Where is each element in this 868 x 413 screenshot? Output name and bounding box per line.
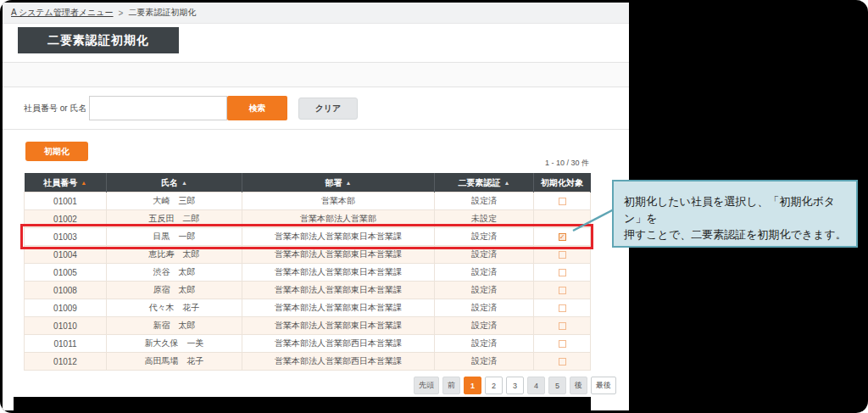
bottom-black-bar — [14, 397, 591, 413]
app-panel: A システム管理者メニュー > 二要素認証初期化 二要素認証初期化 社員番号 o… — [3, 3, 629, 410]
init-target-cell — [534, 353, 591, 371]
employee-id-cell: 01010 — [25, 317, 107, 335]
init-target-checkbox[interactable] — [559, 358, 566, 366]
callout-text-line1: 初期化したい社員を選択し、「初期化ボタン」を — [624, 193, 847, 226]
employee-table: 社員番号▲氏名▲部署▲二要素認証▲初期化対象 01001大崎 三郎営業本部設定済… — [24, 173, 591, 371]
table-head: 社員番号▲氏名▲部署▲二要素認証▲初期化対象 — [25, 174, 591, 193]
department-cell: 営業本部法人営業部東日本営業課 — [242, 317, 435, 335]
section-band — [3, 63, 629, 87]
init-target-checkbox[interactable] — [559, 269, 566, 276]
name-cell: 目黒 一郎 — [107, 228, 242, 246]
page-title: 二要素認証初期化 — [18, 27, 179, 53]
pagination-button-最後[interactable]: 最後 — [591, 377, 616, 394]
name-cell: 五反田 二郎 — [107, 210, 242, 228]
table-row: 01009代々木 花子営業本部法人営業部東日本営業課設定済 — [25, 299, 591, 317]
tfa-status-cell: 設定済 — [435, 353, 534, 371]
sort-arrow-icon: ▲ — [504, 180, 510, 186]
employee-id-cell: 01012 — [25, 353, 107, 371]
column-header-2[interactable]: 部署▲ — [242, 174, 435, 193]
employee-id-cell: 01004 — [25, 246, 107, 264]
initialize-button[interactable]: 初期化 — [25, 142, 88, 161]
department-cell: 営業本部法人営業部東日本営業課 — [242, 246, 435, 264]
result-count: 1 - 10 / 30 件 — [420, 158, 589, 169]
init-target-cell — [534, 335, 591, 353]
department-cell: 営業本部 — [242, 193, 435, 210]
name-cell: 原宿 太郎 — [107, 282, 242, 299]
department-cell: 営業本部法人営業部東日本営業課 — [242, 264, 435, 282]
search-input[interactable] — [89, 96, 227, 120]
column-header-3[interactable]: 二要素認証▲ — [435, 174, 534, 193]
init-target-checkbox[interactable] — [559, 251, 566, 259]
pagination-button-3[interactable]: 3 — [506, 377, 524, 394]
tfa-status-cell: 設定済 — [435, 299, 534, 317]
table-row: 01011新大久保 一美営業本部法人営業部西日本営業課設定済 — [25, 335, 591, 353]
table-row: 01012高田馬場 花子営業本部法人営業部西日本営業課設定済 — [25, 353, 591, 371]
clear-button[interactable]: クリア — [298, 98, 358, 120]
employee-id-cell: 01005 — [25, 264, 107, 282]
employee-id-cell: 01008 — [25, 282, 107, 299]
search-label: 社員番号 or 氏名 ： — [24, 96, 97, 120]
sort-arrow-icon: ▲ — [81, 180, 86, 186]
table-row: 01004恵比寿 太郎営業本部法人営業部東日本営業課設定済 — [25, 246, 591, 264]
init-target-cell — [534, 282, 591, 299]
init-target-cell — [534, 246, 591, 264]
breadcrumb-current: 二要素認証初期化 — [128, 7, 196, 19]
employee-id-cell: 01009 — [25, 299, 107, 317]
sort-arrow-icon: ▲ — [346, 180, 352, 186]
employee-id-cell: 01011 — [25, 335, 107, 353]
pagination-button-後[interactable]: 後 — [570, 377, 587, 394]
tfa-status-cell: 設定済 — [435, 246, 534, 264]
pagination-button-前[interactable]: 前 — [442, 377, 460, 394]
divider — [3, 129, 629, 130]
name-cell: 渋谷 太郎 — [107, 264, 242, 282]
pagination-button-先頭[interactable]: 先頭 — [414, 377, 439, 394]
table-body: 01001大崎 三郎営業本部設定済01002五反田 二郎営業本部法人営業部未設定… — [25, 193, 591, 371]
breadcrumb: A システム管理者メニュー > 二要素認証初期化 — [3, 3, 629, 24]
table-row: 01003目黒 一郎営業本部法人営業部東日本営業課設定済✓ — [25, 228, 591, 246]
search-button[interactable]: 検索 — [227, 96, 287, 120]
breadcrumb-link[interactable]: A システム管理者メニュー — [11, 7, 114, 19]
divider — [3, 87, 629, 87]
init-target-checkbox[interactable] — [559, 340, 566, 348]
sort-arrow-icon: ▲ — [181, 180, 187, 186]
column-header-0[interactable]: 社員番号▲ — [25, 174, 107, 193]
pagination-button-5[interactable]: 5 — [548, 377, 566, 394]
init-target-checkbox[interactable] — [559, 322, 566, 330]
pagination-button-1[interactable]: 1 — [464, 377, 481, 394]
tfa-status-cell: 未設定 — [435, 210, 534, 228]
employee-id-cell: 01001 — [25, 193, 107, 210]
tfa-status-cell: 設定済 — [435, 228, 534, 246]
name-cell: 新大久保 一美 — [107, 335, 242, 353]
column-header-1[interactable]: 氏名▲ — [107, 174, 242, 193]
screenshot-frame: A システム管理者メニュー > 二要素認証初期化 二要素認証初期化 社員番号 o… — [0, 0, 868, 413]
pagination-button-2[interactable]: 2 — [485, 377, 503, 394]
tfa-status-cell: 設定済 — [435, 282, 534, 299]
table-row: 01001大崎 三郎営業本部設定済 — [25, 193, 591, 210]
init-target-checkbox[interactable] — [559, 304, 566, 312]
table-row: 01010新宿 太郎営業本部法人営業部東日本営業課設定済 — [25, 317, 591, 335]
name-cell: 恵比寿 太郎 — [107, 246, 242, 264]
name-cell: 代々木 花子 — [107, 299, 242, 317]
department-cell: 営業本部法人営業部東日本営業課 — [242, 228, 435, 246]
tfa-status-cell: 設定済 — [435, 317, 534, 335]
tfa-status-cell: 設定済 — [435, 264, 534, 282]
init-target-cell — [534, 299, 591, 317]
init-target-checkbox[interactable] — [559, 287, 566, 294]
department-cell: 営業本部法人営業部 — [242, 210, 435, 228]
department-cell: 営業本部法人営業部西日本営業課 — [242, 353, 435, 371]
department-cell: 営業本部法人営業部東日本営業課 — [242, 299, 435, 317]
init-target-cell — [534, 264, 591, 282]
name-cell: 大崎 三郎 — [107, 193, 242, 210]
employee-id-cell: 01003 — [25, 228, 107, 246]
employee-id-cell: 01002 — [25, 210, 107, 228]
breadcrumb-separator-icon: > — [119, 8, 124, 18]
tfa-status-cell: 設定済 — [435, 335, 534, 353]
callout-note: 初期化したい社員を選択し、「初期化ボタン」を 押すことで、二要素認証を初期化でき… — [612, 180, 858, 248]
pagination-button-4[interactable]: 4 — [527, 377, 545, 394]
name-cell: 新宿 太郎 — [107, 317, 242, 335]
column-header-4: 初期化対象 — [534, 174, 591, 193]
table-row: 01002五反田 二郎営業本部法人営業部未設定 — [25, 210, 591, 228]
pagination: 先頭前12345後最後 — [414, 377, 616, 394]
name-cell: 高田馬場 花子 — [107, 353, 242, 371]
callout-text-line2: 押すことで、二要素認証を初期化できます。 — [624, 226, 847, 243]
